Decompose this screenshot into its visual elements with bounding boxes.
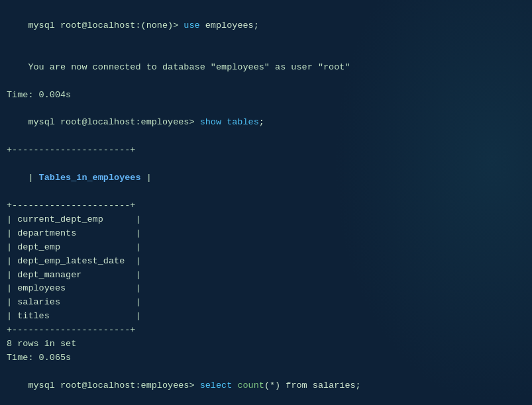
line-time-2: Time: 0.065s — [7, 351, 525, 365]
show-semi: ; — [259, 117, 264, 127]
show-keyword: show tables — [200, 117, 259, 127]
table-row-5: | dept_manager | — [7, 269, 525, 283]
line-connected: You are now connected to database "emplo… — [7, 47, 525, 89]
use-keyword: use — [184, 21, 199, 30]
prompt-2: mysql root@localhost:employees> — [28, 117, 199, 127]
select-keyword-1: select — [200, 381, 238, 390]
table-row-7: | salaries | — [7, 296, 525, 310]
line-rows-1: 8 rows in set — [7, 338, 525, 351]
line-select-sal: mysql root@localhost:employees> select c… — [7, 365, 525, 405]
line-show: mysql root@localhost:employees> show tab… — [7, 102, 525, 144]
line-1: mysql root@localhost:(none)> use employe… — [7, 5, 525, 47]
table-row-8: | titles | — [7, 310, 525, 324]
terminal: mysql root@localhost:(none)> use employe… — [0, 0, 532, 405]
table-row-4: | dept_emp_latest_date | — [7, 255, 525, 269]
prompt-3: mysql root@localhost:employees> — [28, 381, 199, 390]
use-args: employees; — [200, 21, 259, 30]
table-row-3: | dept_emp | — [7, 241, 525, 255]
table-row-6: | employees | — [7, 282, 525, 296]
table-border-top: +----------------------+ — [7, 144, 525, 158]
line-time-1: Time: 0.004s — [7, 89, 525, 103]
prompt-1: mysql root@localhost:(none)> — [28, 21, 184, 30]
table-row-2: | departments | — [7, 227, 525, 241]
table-border-bot: +----------------------+ — [7, 324, 525, 338]
table-row-1: | current_dept_emp | — [7, 213, 525, 227]
count-keyword-1: count — [237, 381, 264, 390]
select-sal-rest: (*) from salaries; — [264, 381, 361, 390]
table-header-row: | Tables_in_employees | — [7, 158, 525, 199]
table-border-mid: +----------------------+ — [7, 199, 525, 213]
